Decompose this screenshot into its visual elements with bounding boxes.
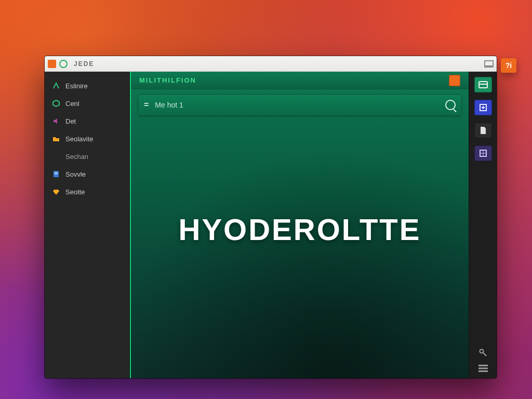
speaker-icon [52,117,60,125]
sidebar-item-sovvle[interactable]: Sovvle [45,165,129,183]
sidebar-item-cenl[interactable]: Cenl [45,95,129,112]
search-bar[interactable]: = [138,95,461,115]
right-rail [469,72,497,378]
document-icon [52,170,60,178]
sidebar-item-sechan[interactable]: Sechan [45,148,129,165]
search-icon[interactable] [445,100,456,110]
rail-btn-card[interactable] [474,77,492,92]
sidebar-item-label: Sechan [65,153,88,161]
titlebar[interactable]: JEDE [45,56,497,72]
hero-title: HYODEROLTTE [131,212,469,247]
chip-label: ?i [506,61,512,70]
svg-rect-12 [478,370,488,372]
window-control-green[interactable] [59,60,68,68]
main-header-label: MILITHILFION [139,76,449,84]
window-control-orange[interactable] [48,60,56,68]
main-panel: MILITHILFION = HYODEROLTTE [130,72,469,378]
rail-key-icon[interactable] [478,348,488,357]
main-header: MILITHILFION [131,72,469,89]
rail-btn-page[interactable] [474,123,492,138]
sidebar-item-label: Sovvle [65,170,86,178]
sidebar-item-label: Seolavite [65,135,93,143]
card-icon [478,81,488,88]
window-title: JEDE [74,60,94,68]
window-minimize-icon[interactable] [484,60,494,68]
sidebar-item-seotte[interactable]: Seotte [45,183,129,201]
arrow-icon [52,82,60,90]
floating-help-chip[interactable]: ?i [501,58,516,73]
gem-icon [52,188,60,196]
rail-btn-tool[interactable] [474,100,492,115]
page-icon [480,126,487,135]
svg-rect-2 [55,172,58,173]
sidebar-item-label: Eslinire [65,82,88,90]
tool-icon [479,103,487,112]
equals-icon: = [144,100,149,110]
sidebar-item-label: Det [65,117,76,125]
folder-icon [52,135,60,143]
svg-rect-11 [478,368,488,369]
sidebar-item-label: Seotte [65,188,85,196]
hex-icon [52,99,60,108]
app-window: JEDE Eslinire Cenl [45,56,497,378]
circle-icon [59,60,68,68]
svg-rect-6 [479,84,487,85]
grid-icon [479,149,487,157]
svg-point-9 [480,350,483,353]
sidebar-item-det[interactable]: Det [45,112,129,130]
svg-marker-4 [53,190,59,195]
header-action-button[interactable] [449,75,460,86]
svg-rect-10 [478,365,488,366]
sidebar-item-eslinire[interactable]: Eslinire [45,77,129,95]
rail-btn-grid[interactable] [474,145,492,161]
sidebar: Eslinire Cenl Det [45,72,130,378]
sidebar-item-seolavite[interactable]: Seolavite [45,130,129,148]
svg-marker-0 [53,100,59,107]
desktop-background: JEDE Eslinire Cenl [0,0,532,399]
rail-list-icon[interactable] [478,365,488,372]
sidebar-item-label: Cenl [65,100,79,108]
svg-rect-3 [55,174,58,174]
search-input[interactable] [155,101,445,109]
